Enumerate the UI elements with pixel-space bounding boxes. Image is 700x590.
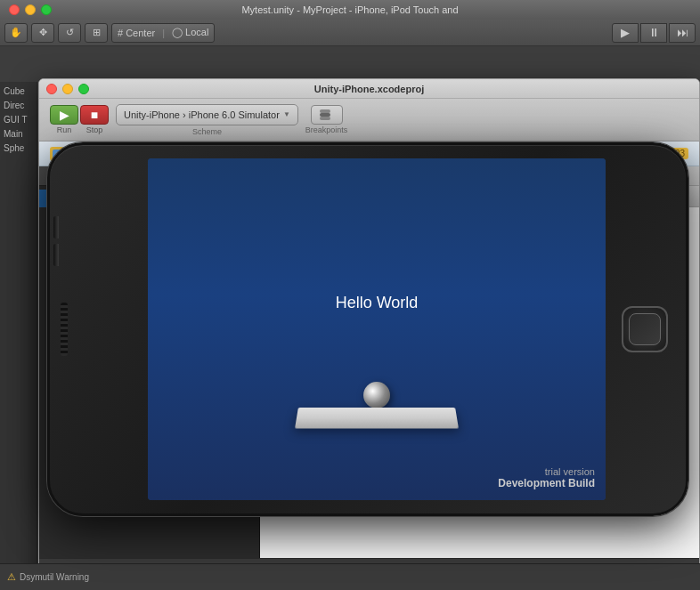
- local-label: ◯ Local: [172, 27, 208, 38]
- run-label: Run: [57, 125, 72, 134]
- volume-up-button[interactable]: [53, 216, 59, 238]
- home-button[interactable]: [622, 306, 668, 352]
- hierarchy-item-guitext[interactable]: GUI T: [0, 112, 37, 126]
- minimize-button[interactable]: [25, 4, 36, 15]
- scale-tool-button[interactable]: ⊞: [85, 23, 108, 43]
- xcode-close-button[interactable]: [46, 84, 57, 94]
- traffic-lights: [9, 4, 52, 15]
- hierarchy-sidebar: Cube Direc GUI T Main Sphe: [0, 82, 37, 563]
- mac-titlebar: Mytest.unity - MyProject - iPhone, iPod …: [0, 0, 700, 20]
- scheme-section-label: Scheme: [192, 127, 222, 136]
- unity-warn-icon: ⚠: [7, 571, 16, 583]
- unity-toolbar: ✋ ✥ ↺ ⊞ # Center | ◯ Local ▶ ⏸ ⏭: [0, 20, 700, 46]
- screen-content: Hello World trial version Development Bu…: [148, 158, 606, 500]
- center-label: # Center: [118, 28, 155, 38]
- trial-version-label: trial version: [498, 466, 595, 477]
- xcode-maximize-button[interactable]: [78, 84, 89, 94]
- play-controls: ▶ ⏸ ⏭: [612, 23, 696, 43]
- hierarchy-item-directional[interactable]: Direc: [0, 98, 37, 112]
- breakpoints-area: Breakpoints: [305, 105, 348, 134]
- breakpoints-button[interactable]: [311, 105, 343, 125]
- left-speaker: [61, 303, 68, 356]
- development-build-label: Development Build: [498, 477, 595, 489]
- scheme-text: Unity-iPhone › iPhone 6.0 Simulator: [124, 109, 280, 120]
- step-button[interactable]: ⏭: [669, 23, 696, 43]
- trial-text-area: trial version Development Build: [498, 466, 595, 489]
- window-title: Mytest.unity - MyProject - iPhone, iPod …: [241, 4, 458, 15]
- volume-down-button[interactable]: [53, 244, 59, 266]
- hierarchy-item-cube[interactable]: Cube: [0, 84, 37, 98]
- move-tool-button[interactable]: ✥: [31, 23, 54, 43]
- hierarchy-item-main[interactable]: Main: [0, 126, 37, 141]
- xcode-stop-button[interactable]: ■: [80, 105, 109, 125]
- xcode-titlebar: Unity-iPhone.xcodeproj: [39, 79, 699, 99]
- xcode-minimize-button[interactable]: [62, 84, 73, 94]
- maximize-button[interactable]: [41, 4, 52, 15]
- rotate-tool-button[interactable]: ↺: [58, 23, 81, 43]
- scheme-arrow-icon: ▼: [283, 110, 290, 118]
- xcode-traffic-lights: [46, 84, 89, 94]
- scheme-selector[interactable]: Unity-iPhone › iPhone 6.0 Simulator ▼: [116, 104, 298, 125]
- unity-warning-text: Dsymutil Warning: [20, 572, 89, 582]
- home-button-inner: [629, 313, 661, 345]
- unity-warning-bar: ⚠ Dsymutil Warning: [0, 563, 700, 590]
- iphone-simulator: Hello World trial version Development Bu…: [47, 142, 688, 516]
- iphone-body: Hello World trial version Development Bu…: [47, 142, 688, 516]
- 3d-sphere: [363, 382, 390, 408]
- 3d-platform: [295, 408, 459, 429]
- svg-rect-2: [320, 117, 330, 120]
- stop-label: Stop: [86, 125, 103, 134]
- xcode-run-button[interactable]: ▶: [50, 105, 78, 125]
- scheme-selector-area: Unity-iPhone › iPhone 6.0 Simulator ▼ Sc…: [116, 104, 298, 136]
- svg-rect-0: [320, 109, 330, 113]
- unity-warning-item[interactable]: ⚠ Dsymutil Warning: [7, 571, 89, 583]
- xcode-toolbar: ▶ Run ■ Stop Unity-iPhone › iPhone 6.0 S…: [39, 99, 699, 141]
- center-local-selector[interactable]: # Center | ◯ Local: [111, 23, 215, 43]
- hello-world-label: Hello World: [336, 294, 419, 312]
- hierarchy-item-sphere[interactable]: Sphe: [0, 141, 37, 155]
- volume-buttons: [53, 216, 59, 266]
- xcode-window-title: Unity-iPhone.xcodeproj: [314, 84, 424, 94]
- pause-button[interactable]: ⏸: [640, 23, 667, 43]
- breakpoints-label: Breakpoints: [305, 125, 348, 134]
- play-button[interactable]: ▶: [612, 23, 639, 43]
- sphere-platform-group: [297, 382, 457, 429]
- svg-rect-1: [320, 113, 330, 117]
- iphone-screen: Hello World trial version Development Bu…: [148, 158, 606, 500]
- hand-tool-button[interactable]: ✋: [4, 23, 28, 43]
- close-button[interactable]: [9, 4, 20, 15]
